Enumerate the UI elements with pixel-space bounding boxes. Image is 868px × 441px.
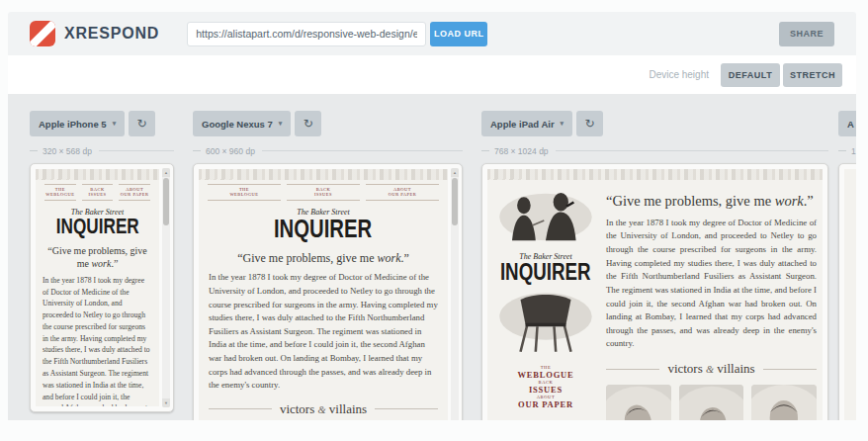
chevron-down-icon: ▾ xyxy=(113,120,117,128)
masthead-decoration xyxy=(199,169,448,180)
device-column-nexus7: Google Nexus 7 ▾ ↻ 600 × 960 dp THE WEBL… xyxy=(193,111,463,420)
site-preview-iphone5: THE WEBLOGUE BACK ISSUES ABOUT OUR PAPER… xyxy=(36,169,159,406)
device-select-label: Apple iPhone 5 xyxy=(39,119,107,130)
masthead: The Baker Street INQUIRER xyxy=(36,209,159,237)
refresh-button[interactable]: ↻ xyxy=(576,111,603,136)
scrollbar-thumb[interactable] xyxy=(163,178,169,225)
scroll-down-icon[interactable]: ▼ xyxy=(162,398,170,407)
device-height-label: Device height xyxy=(649,69,709,80)
ampersand-ornament: & xyxy=(318,404,326,415)
nav-link-issues[interactable]: BACK ISSUES xyxy=(287,184,360,201)
pull-quote: “Give me problems, give me work.” xyxy=(207,251,440,267)
site-preview-nexus7: THE WEBLOGUE BACK ISSUES ABOUT OUR PAPER… xyxy=(199,169,448,420)
portrait-image xyxy=(679,385,744,420)
nav-link-our-paper[interactable]: ABOUT OUR PAPER xyxy=(119,184,150,201)
newspaper-nav-stacked: THE WEBLOGUE BACK ISSUES ABOUT OUR PAPER xyxy=(501,365,590,409)
device-preview-area: Apple iPhone 5 ▾ ↻ 320 × 568 dp THE WEBL… xyxy=(8,94,856,420)
url-input[interactable] xyxy=(187,22,426,46)
device-dims: 600 × 960 dp xyxy=(193,145,463,156)
device-dims: 320 × 568 dp xyxy=(30,145,174,156)
refresh-button[interactable]: ↻ xyxy=(129,111,155,136)
dims-dash xyxy=(481,150,489,151)
device-select-iphone5[interactable]: Apple iPhone 5 ▾ xyxy=(30,111,125,136)
device-select-label: Google Nexus 7 xyxy=(202,119,273,130)
device-dims: 1 xyxy=(838,145,856,156)
device-toolbar: A xyxy=(838,111,856,136)
dims-label: 320 × 568 dp xyxy=(43,146,92,156)
device-select-ipad-air[interactable]: Apple iPad Air ▾ xyxy=(481,111,572,136)
device-frame-nexus7: THE WEBLOGUE BACK ISSUES ABOUT OUR PAPER… xyxy=(193,163,463,420)
device-select-label: Apple iPad Air xyxy=(490,119,555,130)
nav-link-weblogue[interactable]: THE WEBLOGUE xyxy=(501,365,590,380)
article-body: In the year 1878 I took my degree of Doc… xyxy=(36,275,159,406)
portrait-image xyxy=(606,385,671,420)
refresh-button[interactable]: ↻ xyxy=(295,111,321,136)
portrait-image xyxy=(751,385,817,420)
nav-link-our-paper[interactable]: ABOUT OUR PAPER xyxy=(501,395,590,409)
site-preview-partial xyxy=(844,169,856,420)
device-frame-partial xyxy=(838,163,856,420)
device-toolbar: Google Nexus 7 ▾ ↻ xyxy=(193,111,463,136)
dims-rule xyxy=(99,150,174,151)
masthead: The Baker Street INQUIRER xyxy=(487,253,604,284)
pull-quote: “Give me problems, give me work.” xyxy=(43,244,151,270)
load-url-button[interactable]: LOAD URL xyxy=(430,22,487,46)
masthead-title: INQUIRER xyxy=(274,217,372,241)
nav-link-our-paper[interactable]: ABOUT OUR PAPER xyxy=(366,184,439,201)
device-column-iphone5: Apple iPhone 5 ▾ ↻ 320 × 568 dp THE WEBL… xyxy=(30,111,174,412)
holmes-illustration-top xyxy=(495,184,596,245)
dims-label: 768 × 1024 dp xyxy=(494,146,549,156)
device-select-nexus7[interactable]: Google Nexus 7 ▾ xyxy=(193,111,291,136)
dims-label: 600 × 960 dp xyxy=(206,146,255,156)
newspaper-nav: THE WEBLOGUE BACK ISSUES ABOUT OUR PAPER xyxy=(42,184,153,201)
dims-rule xyxy=(262,150,463,151)
brand-title: XRESPOND xyxy=(64,25,159,43)
article-body: In the year 1878 I took my degree of Doc… xyxy=(604,217,819,351)
scroll-up-icon[interactable]: ▲ xyxy=(162,168,170,177)
pull-quote: “Give me problems, give me work.” xyxy=(606,192,817,211)
portrait-gallery xyxy=(604,385,819,420)
device-select-partial[interactable]: A xyxy=(838,111,856,136)
nav-link-issues[interactable]: BACK ISSUES xyxy=(82,184,114,201)
preview-scrollbar[interactable]: ▲ xyxy=(451,168,459,420)
dims-dash xyxy=(193,150,201,151)
device-dims: 768 × 1024 dp xyxy=(481,145,828,156)
chevron-down-icon: ▾ xyxy=(561,120,564,128)
newspaper-nav: THE WEBLOGUE BACK ISSUES ABOUT OUR PAPER xyxy=(205,184,442,201)
masthead: The Baker Street INQUIRER xyxy=(199,209,448,241)
device-height-default-button[interactable]: DEFAULT xyxy=(721,63,780,87)
nav-link-weblogue[interactable]: THE WEBLOGUE xyxy=(44,184,76,201)
section-heading: victors & villains xyxy=(209,401,438,417)
preview-scrollbar[interactable]: ▲ ▼ xyxy=(162,168,170,407)
masthead-title: INQUIRER xyxy=(56,217,139,237)
article-body: In the year 1878 I took my degree of Doc… xyxy=(199,271,448,393)
holmes-illustration-bottom xyxy=(495,286,596,359)
device-toolbar: Apple iPhone 5 ▾ ↻ xyxy=(30,111,174,136)
dims-label: 1 xyxy=(851,146,856,156)
sidebar-column: The Baker Street INQUIRER THE WEBLOGUE xyxy=(487,182,604,420)
masthead-decoration xyxy=(36,169,159,180)
masthead-decoration xyxy=(487,169,823,180)
device-select-label: A xyxy=(847,119,854,130)
device-frame-iphone5: THE WEBLOGUE BACK ISSUES ABOUT OUR PAPER… xyxy=(30,163,174,412)
device-height-stretch-button[interactable]: STRETCH xyxy=(783,63,842,87)
scrollbar-thumb[interactable] xyxy=(452,178,458,225)
nav-link-weblogue[interactable]: THE WEBLOGUE xyxy=(208,184,281,201)
app-header: XRESPOND LOAD URL SHARE xyxy=(8,12,856,55)
section-heading: victors & villains xyxy=(606,361,817,377)
dims-rule xyxy=(556,150,828,151)
device-toolbar: Apple iPad Air ▾ ↻ xyxy=(481,111,828,136)
dims-dash xyxy=(838,150,846,151)
xrespond-logo-icon xyxy=(30,21,55,46)
device-column-ipad-air: Apple iPad Air ▾ ↻ 768 × 1024 dp Th xyxy=(481,111,828,420)
article-column: “Give me problems, give me work.” In the… xyxy=(604,182,823,420)
masthead-title: INQUIRER xyxy=(500,261,591,284)
ampersand-ornament: & xyxy=(706,364,714,375)
share-button[interactable]: SHARE xyxy=(779,22,834,46)
chevron-down-icon: ▾ xyxy=(279,120,283,128)
scroll-up-icon[interactable]: ▲ xyxy=(451,168,459,177)
nav-link-issues[interactable]: BACK ISSUES xyxy=(501,380,590,395)
device-frame-ipad-air: The Baker Street INQUIRER THE WEBLOGUE xyxy=(481,163,828,420)
site-preview-ipad-air: The Baker Street INQUIRER THE WEBLOGUE xyxy=(487,169,823,420)
device-column-partial: A 1 xyxy=(838,111,856,420)
